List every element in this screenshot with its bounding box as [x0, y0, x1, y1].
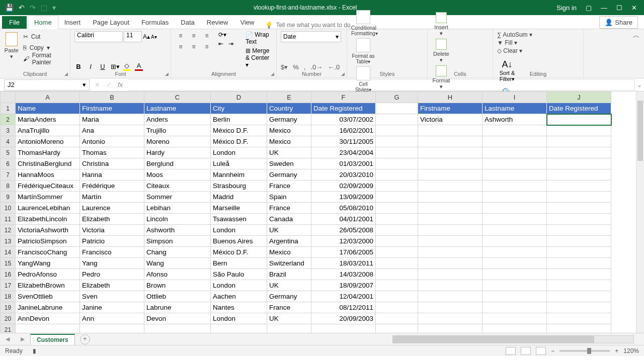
row-header-9[interactable]: 9	[1, 192, 16, 203]
cell-D16[interactable]: São Paulo	[211, 269, 267, 280]
clear-button[interactable]: ◇ Clear ▾	[497, 47, 579, 54]
cell-B18[interactable]: Sven	[80, 291, 144, 302]
insert-cells-button[interactable]: Insert▾	[432, 12, 451, 37]
cell-E13[interactable]: Argentina	[267, 236, 311, 247]
cell-F10[interactable]: 05/08/2010	[311, 203, 376, 214]
cell-D14[interactable]: México D.F.	[211, 247, 267, 258]
dialog-launcher-icon[interactable]: ◢	[271, 71, 274, 76]
shrink-font-icon[interactable]: A▾	[151, 34, 157, 40]
cell-I16[interactable]	[482, 269, 547, 280]
cell-G8[interactable]	[376, 180, 418, 192]
cell-C21[interactable]	[144, 324, 211, 333]
cell-B1[interactable]: Firstname	[80, 103, 144, 114]
cell-A16[interactable]: PedroAfonso	[16, 269, 80, 280]
cell-J4[interactable]	[547, 136, 611, 147]
col-header-C[interactable]: C	[144, 92, 211, 103]
cell-I11[interactable]	[482, 214, 547, 225]
cell-E4[interactable]: Mexico	[267, 136, 311, 147]
cell-C5[interactable]: Hardy	[144, 147, 211, 158]
tell-me[interactable]: 💡Tell me what you want to do	[265, 22, 350, 29]
cell-A11[interactable]: ElizabethLincoln	[16, 214, 80, 225]
cell-F8[interactable]: 02/09/2009	[311, 180, 376, 192]
cell-J18[interactable]	[547, 291, 611, 302]
align-top-icon[interactable]: ≡	[175, 31, 186, 40]
ribbon-options-icon[interactable]: ▢	[586, 4, 592, 12]
cell-A21[interactable]	[16, 324, 80, 333]
paste-button[interactable]: Paste▾	[4, 31, 19, 61]
cell-H21[interactable]	[418, 324, 482, 333]
cell-A17[interactable]: ElizabethBrown	[16, 280, 80, 291]
fx-icon[interactable]: fx	[118, 81, 123, 88]
col-header-I[interactable]: I	[482, 92, 547, 103]
cell-D17[interactable]: London	[211, 280, 267, 291]
col-header-G[interactable]: G	[376, 92, 418, 103]
cell-H13[interactable]	[418, 236, 482, 247]
cell-B19[interactable]: Janine	[80, 302, 144, 313]
cell-B15[interactable]: Yang	[80, 258, 144, 269]
cell-F13[interactable]: 12/03/2000	[311, 236, 376, 247]
cell-E8[interactable]: France	[267, 180, 311, 192]
cell-E5[interactable]: UK	[267, 147, 311, 158]
cell-E19[interactable]: France	[267, 302, 311, 313]
collapse-ribbon-icon[interactable]: ︿	[633, 31, 640, 40]
conditional-formatting-button[interactable]: Conditional Formatting▾	[351, 10, 375, 36]
cell-A13[interactable]: PatricioSimpson	[16, 236, 80, 247]
cell-F16[interactable]: 14/03/2008	[311, 269, 376, 280]
zoom-in-button[interactable]: +	[615, 347, 618, 354]
row-header-3[interactable]: 3	[1, 125, 16, 136]
cell-F1[interactable]: Date Registered	[311, 103, 376, 114]
cell-A19[interactable]: JanineLabrune	[16, 302, 80, 313]
cell-G7[interactable]	[376, 169, 418, 180]
row-header-10[interactable]: 10	[1, 203, 16, 214]
macro-icon[interactable]: ▮	[33, 347, 36, 354]
tab-file[interactable]: File	[2, 16, 27, 29]
cell-G21[interactable]	[376, 324, 418, 333]
cell-F4[interactable]: 30/11/2005	[311, 136, 376, 147]
align-bottom-icon[interactable]: ≡	[201, 31, 212, 40]
cell-H5[interactable]	[418, 147, 482, 158]
cell-D3[interactable]: México D.F.	[211, 125, 267, 136]
cell-J20[interactable]	[547, 313, 611, 324]
cell-D2[interactable]: Berlin	[211, 114, 267, 125]
cell-I15[interactable]	[482, 258, 547, 269]
cell-H15[interactable]	[418, 258, 482, 269]
cell-B20[interactable]: Ann	[80, 313, 144, 324]
cell-F12[interactable]: 26/05/2008	[311, 225, 376, 236]
dialog-launcher-icon[interactable]: ◢	[341, 71, 345, 76]
row-header-20[interactable]: 20	[1, 313, 16, 324]
number-format-select[interactable]: Date▾	[281, 31, 341, 42]
cell-H9[interactable]	[418, 192, 482, 203]
row-header-8[interactable]: 8	[1, 180, 16, 192]
cell-C17[interactable]: Brown	[144, 280, 211, 291]
undo-icon[interactable]: ↶	[19, 4, 25, 12]
cell-G3[interactable]	[376, 125, 418, 136]
cell-C7[interactable]: Moos	[144, 169, 211, 180]
cell-B13[interactable]: Patricio	[80, 236, 144, 247]
minimize-icon[interactable]: —	[601, 4, 607, 12]
cell-A6[interactable]: ChristinaBerglund	[16, 158, 80, 169]
cell-A8[interactable]: FrédériqueCiteaux	[16, 180, 80, 192]
cell-A9[interactable]: MartínSommer	[16, 192, 80, 203]
cell-E9[interactable]: Spain	[267, 192, 311, 203]
cell-A12[interactable]: VictoriaAshworth	[16, 225, 80, 236]
cell-J2[interactable]	[547, 114, 611, 125]
row-header-2[interactable]: 2	[1, 114, 16, 125]
cell-G10[interactable]	[376, 203, 418, 214]
cell-E14[interactable]: Mexico	[267, 247, 311, 258]
cell-J10[interactable]	[547, 203, 611, 214]
percent-icon[interactable]: %	[293, 63, 299, 71]
italic-button[interactable]: I	[87, 63, 95, 70]
cell-F5[interactable]: 23/04/2004	[311, 147, 376, 158]
cell-G16[interactable]	[376, 269, 418, 280]
row-header-14[interactable]: 14	[1, 247, 16, 258]
cell-B7[interactable]: Hanna	[80, 169, 144, 180]
row-header-18[interactable]: 18	[1, 291, 16, 302]
cell-styles-button[interactable]: Cell Styles▾	[351, 66, 375, 93]
cell-A20[interactable]: AnnDevon	[16, 313, 80, 324]
delete-cells-button[interactable]: Delete▾	[432, 39, 451, 63]
cell-B2[interactable]: Maria	[80, 114, 144, 125]
cell-C14[interactable]: Chang	[144, 247, 211, 258]
share-button[interactable]: 👤Share	[599, 16, 638, 29]
cell-G13[interactable]	[376, 236, 418, 247]
cell-C6[interactable]: Berglund	[144, 158, 211, 169]
